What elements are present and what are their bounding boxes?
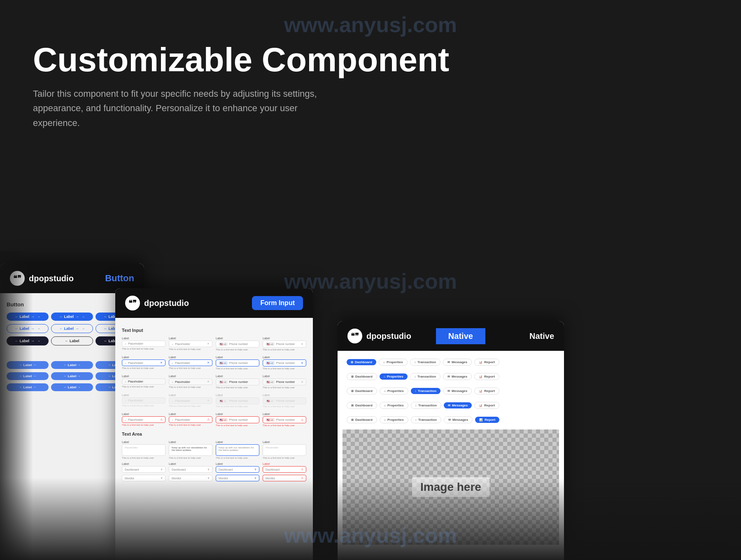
field-input-7[interactable]: 🇺🇸 +1 Phone number <box>216 359 259 366</box>
phone-placeholder-5: Phone number <box>229 380 248 383</box>
nav-report-5[interactable]: 📊 Report <box>475 417 499 423</box>
btn-blue-1[interactable]: ← Label→ <box>7 313 49 321</box>
textarea-dropdown-2[interactable]: Dashboard ∨ <box>169 466 212 473</box>
field-input-10[interactable]: ⬦ Placeholder ✕ <box>169 378 212 385</box>
textarea-field-3: Label Keep up with our newsletters for t… <box>216 441 259 459</box>
nav-properties-2[interactable]: ⌂ Properties <box>380 373 408 380</box>
nav-transaction-5[interactable]: ↕ Transaction <box>411 416 441 423</box>
field-input-17[interactable]: ⬦ Placeholder ⚠ <box>122 416 165 423</box>
dropdown-placeholder-1: Dashboard <box>125 468 139 471</box>
nav-transaction-4[interactable]: ↕ Transaction <box>411 402 441 409</box>
btn-dark-outline-1[interactable]: ← Label <box>51 336 93 345</box>
nav-dashboard-3[interactable]: ⊞ Dashboard <box>347 387 377 394</box>
textarea-input-1[interactable]: Placeholder <box>122 444 165 456</box>
btn-dark-1[interactable]: ← Label→ <box>7 336 49 345</box>
field-hint-6: This is a hint text to help user <box>169 367 212 369</box>
textarea-dropdown-1[interactable]: Dashboard ∨ <box>122 466 165 473</box>
nav-icon-msg-2: ✉ <box>447 375 450 378</box>
textarea-input-4[interactable]: Placeholder <box>263 444 306 456</box>
nav-messages-1[interactable]: ✉ Messages <box>443 359 472 366</box>
btn-sm-1[interactable]: ← Label → <box>7 361 49 369</box>
native-label-2: Native <box>529 331 554 341</box>
textarea-dropdown-1b[interactable]: Monitor ∨ <box>122 475 165 481</box>
form-field-14: Label ⬦ Placeholder ✕ This is a hint tex… <box>169 394 212 408</box>
nav-transaction-1[interactable]: ↕ Transaction <box>410 359 440 366</box>
form-field-2: Label ⬦ Placeholder ✕ This is a hint tex… <box>169 337 212 351</box>
nav-properties-3[interactable]: ⌂ Properties <box>380 387 408 394</box>
nav-report-4[interactable]: 📊 Report <box>474 402 499 409</box>
nav-label-dash-5: Dashboard <box>355 418 373 422</box>
nav-row-2: ⊞ Dashboard ⌂ Properties ↕ Transaction ✉… <box>343 370 559 383</box>
field-input-4[interactable]: 🇺🇸 +1 Phone number ✕ <box>263 341 306 348</box>
field-label-5: Label <box>122 356 165 359</box>
field-hint-14: This is a hint text to help user <box>169 405 212 407</box>
nav-dashboard-4[interactable]: ⊞ Dashboard <box>347 402 377 409</box>
textarea-dropdown-2b[interactable]: Monitor ∨ <box>169 475 212 481</box>
textarea-input-3[interactable]: Keep up with our newsletters for the lat… <box>216 444 259 456</box>
field-icon-1: ⬦ <box>125 342 126 345</box>
btn-sm-4[interactable]: ← Label → <box>7 372 49 380</box>
brand-logo: ❝❞ dpopstudio <box>10 271 74 286</box>
nav-label-dash-1: Dashboard <box>355 360 372 364</box>
field-suffix-4: ✕ <box>301 343 303 346</box>
field-input-2[interactable]: ⬦ Placeholder ✕ <box>169 341 212 347</box>
textarea-dropdown-4b[interactable]: Monitor ⚠ <box>263 475 306 481</box>
dropdown-placeholder-2b: Monitor <box>172 477 181 480</box>
nav-report-2[interactable]: 📊 Report <box>474 373 499 380</box>
field-input-15: 🇺🇸 +1 Phone number <box>216 397 259 404</box>
field-input-6[interactable]: ⬦ Placeholder ✕ <box>169 359 212 366</box>
textarea-label-5: Label <box>122 462 165 465</box>
btn-outline-2[interactable]: ← Label→ <box>51 324 93 333</box>
btn-sm-8[interactable]: ← Label → <box>51 383 93 391</box>
form-field-15: Label 🇺🇸 +1 Phone number This is a hint … <box>216 394 259 408</box>
nav-properties-4[interactable]: ⌂ Properties <box>380 402 408 409</box>
textarea-input-2[interactable]: Keep up with our newsletters for the lat… <box>169 444 212 456</box>
nav-messages-5[interactable]: ✉ Messages <box>444 416 473 423</box>
field-input-3[interactable]: 🇺🇸 +1 Phone number <box>216 341 259 348</box>
form-field-10: Label ⬦ Placeholder ✕ This is a hint tex… <box>169 375 212 389</box>
textarea-dropdown-3b[interactable]: Monitor ∨ <box>216 475 259 481</box>
field-input-12[interactable]: 🇺🇸 +1 Phone number ✕ <box>263 378 306 385</box>
field-input-8[interactable]: 🇺🇸 +1 Phone number ✕ <box>263 359 306 366</box>
field-input-20[interactable]: 🇺🇸 +1 Phone number ⚠ <box>263 416 306 423</box>
btn-sm-5[interactable]: ← Label → <box>51 372 93 380</box>
textarea-label-1: Label <box>122 441 165 443</box>
textarea-dropdown-3[interactable]: Dashboard ∨ <box>216 466 259 473</box>
form-field-20: Label 🇺🇸 +1 Phone number ⚠ This is a hin… <box>263 413 306 427</box>
nav-messages-2[interactable]: ✉ Messages <box>443 373 472 380</box>
nav-dashboard-1[interactable]: ⊞ Dashboard <box>347 359 376 365</box>
nav-transaction-2[interactable]: ↕ Transaction <box>410 373 440 380</box>
textarea-dropdown-4[interactable]: Dashboard ⚠ <box>263 466 306 473</box>
field-label-10: Label <box>169 375 212 378</box>
field-suffix-6: ✕ <box>207 361 210 364</box>
field-label-2: Label <box>169 337 212 340</box>
nav-report-3[interactable]: 📊 Report <box>474 387 499 394</box>
nav-properties-5[interactable]: ⌂ Properties <box>380 416 408 423</box>
field-input-5[interactable]: ⬦ Placeholder ✕ <box>122 359 165 366</box>
field-input-19[interactable]: 🇺🇸 +1 Phone number <box>216 416 259 423</box>
image-placeholder-text: Image here <box>412 477 489 497</box>
field-input-11[interactable]: 🇺🇸 +1 Phone number <box>216 378 259 385</box>
nav-dashboard-2[interactable]: ⊞ Dashboard <box>347 373 377 380</box>
phone-flag-5: 🇺🇸 +1 <box>219 380 228 384</box>
btn-outline-1[interactable]: ← Label→ <box>7 324 49 333</box>
nav-icon-rep-2: 📊 <box>479 375 482 378</box>
field-input-1[interactable]: ⬦ Placeholder <box>122 341 165 347</box>
phone-flag-6: 🇺🇸 +1 <box>266 380 275 384</box>
field-hint-8: This is a hint text to help user <box>263 367 306 370</box>
textarea-row-2: Label Dashboard ∨ Monitor ∨ Label Dashbo… <box>122 462 306 481</box>
nav-transaction-3[interactable]: ↕ Transaction <box>411 388 440 394</box>
nav-properties-1[interactable]: ⌂ Properties <box>379 359 408 366</box>
nav-label-trans-2: Transaction <box>417 375 436 378</box>
nav-messages-4[interactable]: ✉ Messages <box>444 402 472 408</box>
nav-report-1[interactable]: 📊 Report <box>474 359 499 366</box>
btn-sm-2[interactable]: ← Label → <box>51 361 93 369</box>
nav-dashboard-5[interactable]: ⊞ Dashboard <box>347 416 377 423</box>
field-input-18[interactable]: ⬦ Placeholder ⚠ <box>169 416 212 423</box>
field-input-9[interactable]: ⬦ Placeholder <box>122 378 165 385</box>
page-subtitle: Tailor this component to fit your specif… <box>33 86 346 130</box>
btn-blue-2[interactable]: ← Label→ <box>51 313 93 321</box>
nav-label-rep-5: Report <box>485 418 495 422</box>
nav-messages-3[interactable]: ✉ Messages <box>443 387 472 394</box>
btn-sm-7[interactable]: ← Label → <box>7 383 49 391</box>
